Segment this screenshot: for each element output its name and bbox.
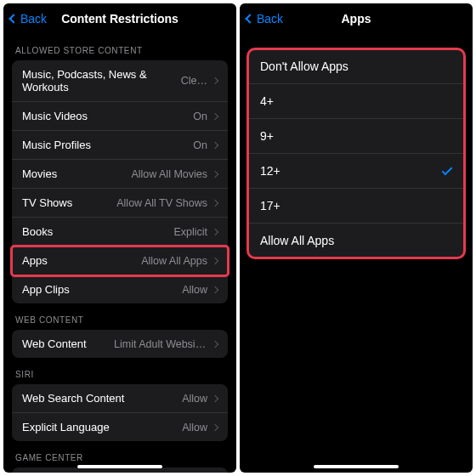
row-music-podcasts[interactable]: Music, Podcasts, News & WorkoutsCle… xyxy=(12,60,228,102)
apps-option-list: Don't Allow Apps4+9+12+17+Allow All Apps xyxy=(248,49,464,258)
chevron-right-icon xyxy=(212,199,218,206)
option-label: 9+ xyxy=(260,129,452,143)
checkmark-icon xyxy=(442,164,453,175)
chevron-right-icon xyxy=(212,228,218,235)
left-content: ALLOWED STORE CONTENTMusic, Podcasts, Ne… xyxy=(3,34,236,473)
row-value: On xyxy=(193,110,207,122)
home-indicator[interactable] xyxy=(77,465,162,468)
row-value: Limit Adult Websites xyxy=(114,338,207,350)
option-label: 4+ xyxy=(260,94,452,108)
back-label: Back xyxy=(20,12,47,26)
row-tv-shows[interactable]: TV ShowsAllow All TV Shows xyxy=(12,189,228,218)
row-value: Allow All Movies xyxy=(131,168,207,180)
row-books[interactable]: BooksExplicit xyxy=(12,218,228,246)
chevron-right-icon xyxy=(212,286,218,292)
row-value: On xyxy=(193,139,207,151)
chevron-right-icon xyxy=(212,141,218,148)
row-label: Movies xyxy=(22,167,131,180)
row-movies[interactable]: MoviesAllow All Movies xyxy=(12,160,228,189)
section-header: WEB CONTENT xyxy=(3,303,236,330)
row-group: Web ContentLimit Adult Websites xyxy=(12,330,228,358)
row-label: TV Shows xyxy=(22,196,116,209)
option-label: Allow All Apps xyxy=(260,234,452,247)
row-label: Music Profiles xyxy=(22,139,193,151)
back-button[interactable]: Back xyxy=(10,12,47,26)
row-web-search[interactable]: Web Search ContentAllow xyxy=(12,384,228,413)
row-label: App Clips xyxy=(22,283,182,296)
chevron-right-icon xyxy=(212,257,218,264)
row-value: Allow xyxy=(182,422,207,434)
row-value: Allow All Apps xyxy=(141,255,207,267)
option-12-plus[interactable]: 12+ xyxy=(248,154,464,189)
section-header: ALLOWED STORE CONTENT xyxy=(3,34,236,60)
row-label: Music Videos xyxy=(22,110,193,122)
chevron-right-icon xyxy=(212,340,218,347)
option-allow-all[interactable]: Allow All Apps xyxy=(248,224,464,258)
phone-right: Back Apps Don't Allow Apps4+9+12+17+Allo… xyxy=(240,3,473,473)
option-label: 17+ xyxy=(260,199,452,212)
phone-left: Back Content Restrictions ALLOWED STORE … xyxy=(3,3,236,473)
row-app-clips[interactable]: App ClipsAllow xyxy=(12,275,228,303)
navbar-left: Back Content Restrictions xyxy=(3,3,236,34)
row-value: Allow xyxy=(182,284,207,296)
option-dont-allow[interactable]: Don't Allow Apps xyxy=(248,49,464,84)
row-explicit-language[interactable]: Explicit LanguageAllow xyxy=(12,413,228,441)
back-label: Back xyxy=(257,12,283,26)
row-label: Web Content xyxy=(22,337,114,350)
row-value: Cle… xyxy=(181,75,207,87)
chevron-right-icon xyxy=(212,112,218,119)
row-group: Music, Podcasts, News & WorkoutsCle…Musi… xyxy=(12,60,228,303)
row-value: Allow All TV Shows xyxy=(116,197,207,209)
option-label: Don't Allow Apps xyxy=(260,60,452,73)
option-label: 12+ xyxy=(260,164,442,178)
row-music-profiles[interactable]: Music ProfilesOn xyxy=(12,131,228,160)
home-indicator[interactable] xyxy=(314,465,399,468)
row-apps[interactable]: AppsAllow All Apps xyxy=(12,246,228,275)
row-value: Explicit xyxy=(173,226,207,238)
right-content: Don't Allow Apps4+9+12+17+Allow All Apps xyxy=(240,34,473,473)
option-9-plus[interactable]: 9+ xyxy=(248,119,464,154)
row-label: Books xyxy=(22,225,173,238)
chevron-right-icon xyxy=(212,170,218,177)
chevron-right-icon xyxy=(212,77,218,84)
back-button[interactable]: Back xyxy=(246,12,283,26)
row-label: Music, Podcasts, News & Workouts xyxy=(22,68,181,94)
row-web-content[interactable]: Web ContentLimit Adult Websites xyxy=(12,330,228,358)
row-label: Web Search Content xyxy=(22,392,182,405)
chevron-right-icon xyxy=(212,423,218,430)
row-group: Web Search ContentAllowExplicit Language… xyxy=(12,384,228,441)
section-header: SIRI xyxy=(3,358,236,384)
option-4-plus[interactable]: 4+ xyxy=(248,84,464,119)
option-17-plus[interactable]: 17+ xyxy=(248,189,464,224)
navbar-right: Back Apps xyxy=(240,3,473,34)
row-label: Apps xyxy=(22,254,141,267)
section-header: GAME CENTER xyxy=(3,441,236,468)
chevron-right-icon xyxy=(212,394,218,401)
row-music-videos[interactable]: Music VideosOn xyxy=(12,102,228,131)
row-label: Explicit Language xyxy=(22,421,182,434)
row-value: Allow xyxy=(182,393,207,405)
chevron-left-icon xyxy=(8,14,18,23)
chevron-left-icon xyxy=(245,14,254,23)
